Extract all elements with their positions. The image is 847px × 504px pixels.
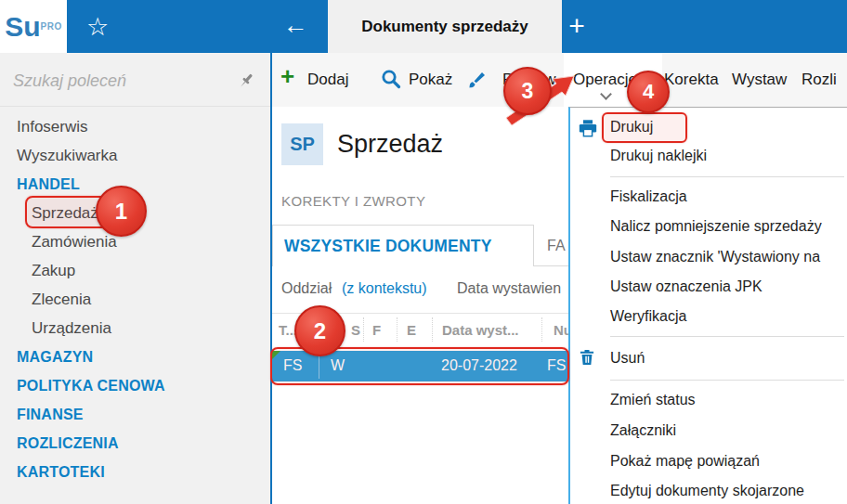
table-row-selected[interactable]: FS W 20-07-2022 FS <box>272 351 568 381</box>
column-header-e[interactable]: E <box>407 322 416 338</box>
menu-item-ustaw-znacznik[interactable]: Ustaw znacznik 'Wystawiony na <box>610 249 820 265</box>
sidebar-item-sprzedaz[interactable]: Sprzedaż <box>0 199 270 227</box>
sidebar-category-rozliczenia[interactable]: ROZLICZENIA <box>0 429 270 458</box>
sidebar-item-wyszukiwarka[interactable]: Wyszukiwarka <box>0 141 270 170</box>
page-title: Sprzedaż <box>337 130 443 159</box>
logo-text: Su <box>5 13 40 41</box>
sidebar-item-zlecenia[interactable]: Zlecenia <box>0 285 270 314</box>
favorite-star-icon[interactable]: ☆ <box>82 11 113 43</box>
menu-item-usun[interactable]: Usuń <box>610 350 645 367</box>
menu-separator <box>610 176 844 177</box>
trash-icon[interactable] <box>578 348 596 367</box>
menu-item-edytuj-dokumenty-skojarzone[interactable]: Edytuj dokumenty skojarzone <box>610 483 804 499</box>
column-separator <box>541 317 542 342</box>
menu-separator <box>610 336 844 337</box>
back-arrow-icon[interactable]: ← <box>277 10 314 42</box>
search-input[interactable] <box>13 67 227 95</box>
menu-item-zmien-status[interactable]: Zmień status <box>610 392 696 408</box>
column-separator <box>432 317 433 342</box>
row-cell-number: FS <box>547 357 566 374</box>
sidebar-category-kartoteki[interactable]: KARTOTEKI <box>0 458 270 486</box>
show-button[interactable]: Pokaż <box>409 71 452 89</box>
row-cell-type: FS <box>283 357 302 374</box>
correction-button[interactable]: Korekta <box>664 71 719 89</box>
row-cell-divider <box>319 354 319 379</box>
column-separator <box>363 317 364 342</box>
printer-icon[interactable] <box>578 118 598 138</box>
column-header-date[interactable]: Data wyst... <box>442 322 519 338</box>
table-header-border <box>272 313 568 314</box>
menu-item-weryfikacja[interactable]: Weryfikacja <box>610 308 686 325</box>
row-cell-status: W <box>331 357 345 374</box>
settle-button[interactable]: Rozli <box>801 71 837 89</box>
edit-brush-icon[interactable] <box>467 68 489 90</box>
filter-branch-label[interactable]: Oddział <box>281 280 332 297</box>
issue-button[interactable]: Wystaw <box>732 71 787 89</box>
pin-icon[interactable] <box>236 71 256 91</box>
column-separator <box>397 317 397 342</box>
menu-separator <box>610 380 844 381</box>
sidebar-category-polityka-cenowa[interactable]: POLITYKA CENOWA <box>0 371 270 400</box>
add-button[interactable]: Dodaj <box>307 71 348 89</box>
column-header-type[interactable]: T... <box>279 322 297 338</box>
sidebar-item-zamowienia[interactable]: Zamówienia <box>0 227 270 256</box>
column-header-f[interactable]: F <box>372 322 381 338</box>
menu-item-nalicz-pomniejszenie[interactable]: Nalicz pomniejszenie sprzedaży <box>610 218 822 235</box>
tab-all-documents[interactable]: WSZYSTKIE DOKUMENTY <box>272 225 534 266</box>
edit-button[interactable]: Popraw <box>502 71 556 89</box>
logo-pro-badge: PRO <box>41 21 62 32</box>
sidebar-item-zakup[interactable]: Zakup <box>0 256 270 285</box>
search-magnifier-icon[interactable] <box>380 68 402 90</box>
row-cell-date: 20-07-2022 <box>441 357 517 374</box>
add-plus-icon[interactable]: + <box>280 64 294 88</box>
new-tab-plus-icon[interactable]: + <box>561 9 593 43</box>
menu-item-ustaw-oznaczenia-jpk[interactable]: Ustaw oznaczenia JPK <box>610 278 762 295</box>
operations-dropdown-menu: Drukuj Drukuj naklejki Fiskalizacja Nali… <box>568 107 847 504</box>
menu-item-zalaczniki[interactable]: Załączniki <box>610 422 676 439</box>
tab-dokumenty-sprzedazy[interactable]: Dokumenty sprzedaży <box>328 0 562 53</box>
filter-branch-value[interactable]: (z kontekstu) <box>342 280 427 297</box>
column-header-status[interactable]: S <box>351 322 360 338</box>
app-logo[interactable]: SuPRO <box>0 0 67 53</box>
sidebar-category-finanse[interactable]: FINANSE <box>0 400 270 429</box>
operations-button[interactable]: Operacje <box>573 71 637 89</box>
section-label: KOREKTY I ZWROTY <box>281 193 425 209</box>
sidebar-category-handel[interactable]: HANDEL <box>0 170 270 199</box>
menu-item-drukuj-naklejki[interactable]: Drukuj naklejki <box>610 148 707 164</box>
sidebar-category-magazyn[interactable]: MAGAZYN <box>0 342 270 371</box>
sidebar-nav: Infoserwis Wyszukiwarka HANDEL Sprzedaż … <box>0 112 270 486</box>
app-window: SuPRO ☆ ← Dokumenty sprzedaży + Infoserw… <box>0 0 847 504</box>
menu-item-pokaz-mape-powiazan[interactable]: Pokaż mapę powiązań <box>610 453 760 470</box>
row-corner-marker <box>272 351 280 359</box>
menu-item-drukuj[interactable]: Drukuj <box>610 119 653 136</box>
module-badge: SP <box>281 123 323 165</box>
tab-row-border <box>534 265 568 266</box>
menu-item-fiskalizacja[interactable]: Fiskalizacja <box>610 188 687 205</box>
sidebar-separator <box>0 106 270 107</box>
tab-fa[interactable]: FA <box>547 238 566 254</box>
filter-date-label[interactable]: Data wystawien <box>457 280 561 297</box>
sidebar-item-infoserwis[interactable]: Infoserwis <box>0 112 270 141</box>
sidebar-item-urzadzenia[interactable]: Urządzenia <box>0 314 270 342</box>
tab-title: Dokumenty sprzedaży <box>361 18 528 36</box>
